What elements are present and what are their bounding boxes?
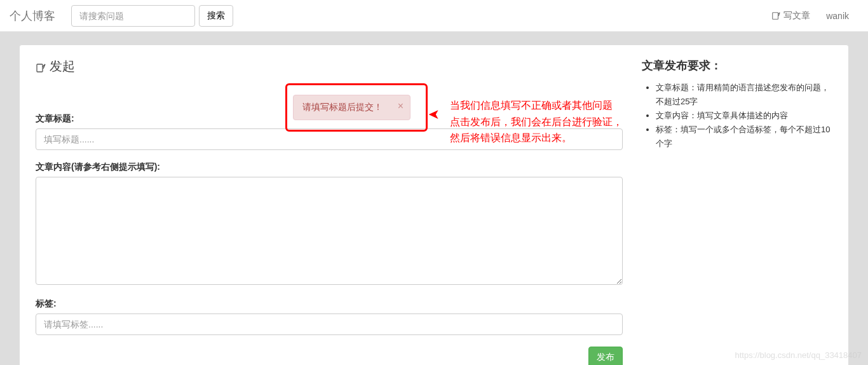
navbar: 个人博客 搜索 写文章 wanik — [0, 0, 868, 32]
tags-group: 标签: — [36, 298, 623, 335]
alert-message: 请填写标题后提交！ — [302, 102, 383, 112]
content-textarea[interactable] — [36, 177, 623, 285]
username-link[interactable]: wanik — [826, 11, 849, 21]
error-alert: 请填写标题后提交！ × — [293, 95, 410, 120]
page-title-text: 发起 — [50, 58, 75, 75]
list-item: 文章标题：请用精简的语言描述您发布的问题，不超过25字 — [656, 81, 832, 109]
content-label: 文章内容(请参考右侧提示填写): — [36, 162, 623, 173]
side-column: 文章发布要求： 文章标题：请用精简的语言描述您发布的问题，不超过25字 文章内容… — [642, 58, 832, 365]
panel: 发起 文章标题: 文章内容(请参考右侧提示填写): 标签: 发布 文章发布要求：… — [19, 45, 849, 365]
requirements-list: 文章标题：请用精简的语言描述您发布的问题，不超过25字 文章内容：填写文章具体描… — [642, 81, 832, 151]
brand[interactable]: 个人博客 — [10, 8, 65, 24]
nav-right: 写文章 wanik — [771, 10, 858, 22]
write-article-label: 写文章 — [783, 10, 810, 22]
write-article-link[interactable]: 写文章 — [771, 10, 810, 22]
list-item: 文章内容：填写文章具体描述的内容 — [656, 109, 832, 123]
svg-rect-1 — [37, 64, 43, 72]
search-form: 搜索 — [71, 5, 233, 27]
search-input[interactable] — [71, 5, 195, 27]
close-icon[interactable]: × — [398, 100, 403, 112]
publish-button[interactable]: 发布 — [588, 347, 623, 365]
requirements-title: 文章发布要求： — [642, 58, 832, 73]
tags-input[interactable] — [36, 313, 623, 335]
submit-row: 发布 — [36, 347, 623, 365]
watermark: https://blog.csdn.net/qq_33418407 — [735, 350, 862, 360]
edit-icon — [771, 11, 780, 20]
list-item: 标签：填写一个或多个合适标签，每个不超过10个字 — [656, 123, 832, 151]
page-body: 发起 文章标题: 文章内容(请参考右侧提示填写): 标签: 发布 文章发布要求：… — [0, 32, 868, 365]
content-group: 文章内容(请参考右侧提示填写): — [36, 162, 623, 287]
compose-icon — [36, 62, 46, 72]
page-title: 发起 — [36, 58, 623, 75]
tags-label: 标签: — [36, 298, 623, 310]
search-button[interactable]: 搜索 — [199, 5, 233, 27]
title-input[interactable] — [36, 128, 623, 150]
svg-rect-0 — [773, 12, 778, 19]
